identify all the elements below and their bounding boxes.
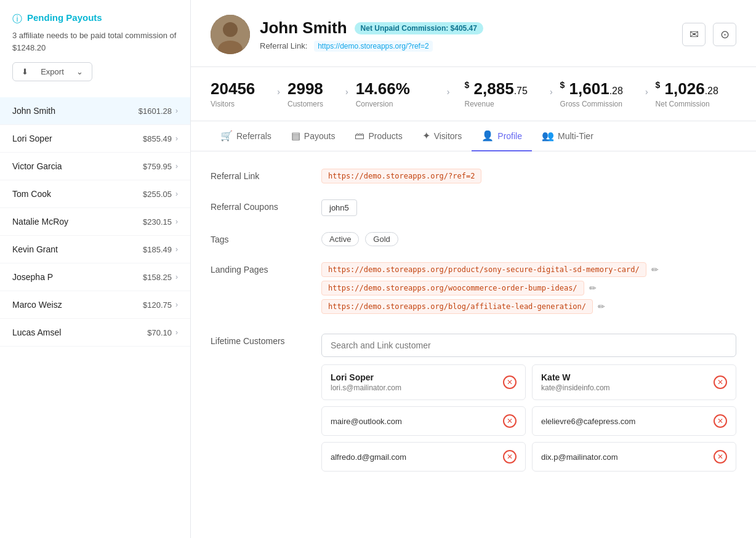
lifetime-customers-field: Lifetime Customers Lori Soper lori.s@mai… [211,334,736,472]
products-icon: 🗃 [355,130,364,142]
landing-pages-label: Landing Pages [211,262,321,275]
svg-point-1 [223,22,238,37]
affiliate-item[interactable]: Victor Garcia $759.95 › [0,153,190,180]
user-settings-button[interactable]: ⊙ [713,23,736,46]
tag-gold[interactable]: Gold [365,232,398,246]
affiliate-name: Kevin Grant [12,244,58,254]
customer-card: elelievre6@cafepress.com ✕ [532,406,736,436]
remove-customer-button[interactable]: ✕ [503,414,517,428]
remove-customer-button[interactable]: ✕ [503,375,517,389]
remove-customer-button[interactable]: ✕ [503,450,517,464]
customer-card: Lori Soper lori.s@mailinator.com ✕ [321,364,526,400]
tab-referrals[interactable]: 🛒 Referrals [211,121,281,151]
affiliate-item[interactable]: Tom Cook $255.05 › [0,180,190,208]
affiliate-item[interactable]: Kevin Grant $185.49 › [0,236,190,263]
affiliate-item[interactable]: Lucas Amsel $70.10 › [0,319,190,347]
customer-card: alfredo.d@gmail.com ✕ [321,442,526,472]
stat-revenue-value: $ 2,885.75 [465,79,528,98]
email-button[interactable]: ✉ [682,23,706,46]
stat-conversion-label: Conversion [356,100,410,108]
stat-arrow-icon: › [542,87,560,97]
customer-card: maire@outlook.com ✕ [321,406,526,436]
landing-link-3[interactable]: https://demo.storeapps.org/blog/affiliat… [321,299,593,314]
export-label: Export [41,67,64,76]
remove-customer-button[interactable]: ✕ [714,450,727,464]
referral-link-label: Referral Link: [260,41,307,50]
tab-products[interactable]: 🗃 Products [345,121,412,151]
landing-page-row: https://demo.storeapps.org/woocommerce-o… [321,281,736,295]
affiliate-amount: $185.49 › [143,245,178,254]
stat-revenue: $ 2,885.75 Revenue [465,79,542,108]
affiliate-amount: $855.49 › [143,134,178,143]
stat-conversion-value: 14.66% [356,79,410,98]
tab-payouts[interactable]: ▤ Payouts [281,121,345,151]
remove-customer-button[interactable]: ✕ [714,414,727,428]
affiliate-item[interactable]: Lori Soper $855.49 › [0,125,190,153]
multi-tier-icon: 👥 [542,130,554,142]
tab-referrals-label: Referrals [236,131,271,141]
chevron-right-icon: › [175,300,178,309]
affiliate-item[interactable]: Josepha P $158.25 › [0,263,190,291]
affiliate-name: Natalie McRoy [12,217,68,227]
affiliate-item[interactable]: Natalie McRoy $230.15 › [0,208,190,236]
referral-link-field-label: Referral Link [211,169,321,181]
affiliate-amount: $158.25 › [143,273,178,282]
stat-arrow-icon: › [638,87,656,97]
affiliate-name: Marco Weisz [12,300,62,310]
tabs: 🛒 Referrals ▤ Payouts 🗃 Products ✦ Visit… [191,121,756,151]
landing-page-row: https://demo.storeapps.org/blog/affiliat… [321,299,736,314]
tab-products-label: Products [368,131,402,141]
stat-conversion: 14.66% Conversion [356,79,425,108]
chevron-right-icon: › [175,328,178,337]
referral-link-field: Referral Link https://demo.storeapps.org… [211,169,736,183]
referral-link-pill[interactable]: https://demo.storeapps.org/?ref=2 [321,169,481,183]
profile-tab-content: Referral Link https://demo.storeapps.org… [191,151,756,505]
payouts-icon: ▤ [291,130,300,142]
affiliate-amount: $759.95 › [143,162,178,171]
landing-link-2[interactable]: https://demo.storeapps.org/woocommerce-o… [321,281,584,295]
affiliate-name: Lucas Amsel [12,327,61,337]
affiliate-item[interactable]: John Smith $1601.28 › [0,97,190,125]
tab-visitors-label: Visitors [434,131,462,141]
commission-badge: Net Unpaid Commission: $405.47 [355,22,483,34]
customer-email: lori.s@mailinator.com [331,383,401,392]
customer-email: dix.p@mailinator.com [541,452,617,462]
stat-gross-label: Gross Commission [560,100,623,108]
pending-desc: 3 affiliate needs to be paid total commi… [12,30,178,54]
stat-net-commission: $ 1,026.28 Net Commission [656,79,733,108]
referral-coupons-field: Referral Coupons john5 [211,199,736,216]
chevron-right-icon: › [175,134,178,143]
affiliate-item[interactable]: Marco Weisz $120.75 › [0,291,190,319]
tab-multi-tier[interactable]: 👥 Multi-Tier [532,121,603,151]
coupon-value: john5 [321,199,357,216]
stats-row: 20456 Visitors › 2998 Customers › 14.66%… [191,67,756,121]
affiliate-name: Josepha P [12,272,53,282]
profile-referral-link[interactable]: https://demo.storeapps.org/?ref=2 [314,41,432,52]
affiliate-amount: $230.15 › [143,217,178,227]
edit-landing-link-1-icon[interactable]: ✏ [651,265,659,275]
tag-active[interactable]: Active [321,232,359,246]
tab-visitors[interactable]: ✦ Visitors [412,121,472,151]
customer-email: alfredo.d@gmail.com [331,452,406,462]
tab-multi-tier-label: Multi-Tier [558,131,593,141]
stat-revenue-label: Revenue [465,100,528,108]
avatar [211,15,250,54]
chevron-right-icon: › [175,106,178,115]
pending-icon: ⓘ [12,13,22,26]
edit-landing-link-2-icon[interactable]: ✏ [589,283,597,293]
chevron-right-icon: › [175,190,178,198]
search-customer-input[interactable] [321,334,736,357]
stat-gross-commission: $ 1,601.28 Gross Commission [560,79,638,108]
stat-visitors-value: 20456 [211,79,255,98]
export-button[interactable]: ⬇ Export ⌄ [12,62,92,81]
tab-profile[interactable]: 👤 Profile [472,121,532,151]
landing-link-1[interactable]: https://demo.storeapps.org/product/sony-… [321,262,646,277]
remove-customer-button[interactable]: ✕ [714,375,727,389]
edit-landing-link-3-icon[interactable]: ✏ [598,302,605,311]
profile-header: John Smith Net Unpaid Commission: $405.4… [191,0,756,67]
visitors-icon: ✦ [422,130,430,142]
tab-payouts-label: Payouts [304,131,336,141]
customer-email: elelievre6@cafepress.com [541,417,635,426]
stat-arrow-icon: › [270,87,288,97]
affiliate-amount: $70.10 › [147,328,178,337]
